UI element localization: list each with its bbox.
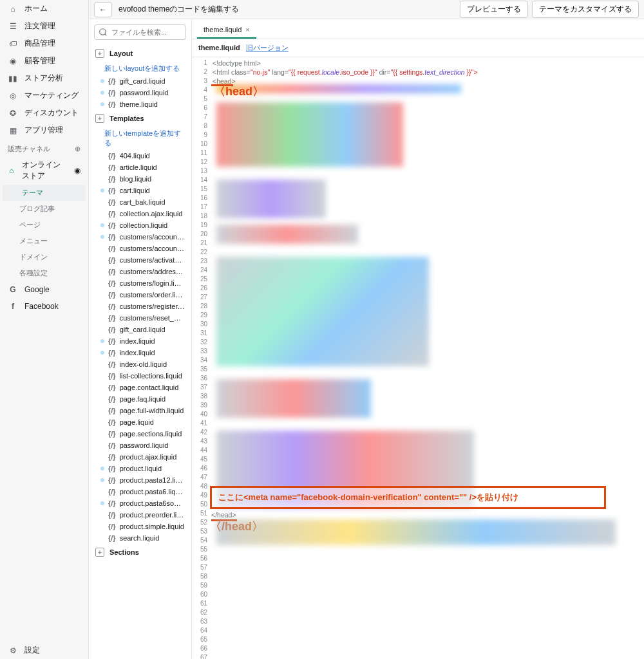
file-item[interactable]: {/}404.liquid bbox=[89, 150, 191, 162]
file-item[interactable]: {/}product.ajax.liquid bbox=[89, 451, 191, 463]
file-item[interactable]: {/}index.liquid bbox=[89, 347, 191, 358]
modified-dot-icon bbox=[100, 102, 104, 106]
file-item[interactable]: {/}customers/register.liquid bbox=[89, 301, 191, 312]
folder-header[interactable]: +Layout bbox=[89, 45, 191, 62]
file-search-input[interactable] bbox=[94, 24, 186, 40]
file-item[interactable]: {/}product.preorder.liquid bbox=[89, 509, 191, 521]
liquid-icon: {/} bbox=[108, 326, 116, 333]
discounts-icon: ✪ bbox=[8, 108, 18, 118]
file-item[interactable]: {/}product.pasta6.liquid bbox=[89, 486, 191, 497]
file-item[interactable]: {/}index-old.liquid bbox=[89, 358, 191, 370]
modified-dot-icon bbox=[100, 467, 104, 470]
folder-header[interactable]: +Sections bbox=[89, 544, 191, 561]
nav-home[interactable]: ⌂ホーム bbox=[0, 0, 88, 17]
liquid-icon: {/} bbox=[108, 152, 116, 160]
liquid-icon: {/} bbox=[108, 476, 116, 484]
nav-online-store[interactable]: ⌂オンラインストア◉ bbox=[0, 156, 88, 185]
close-icon[interactable]: × bbox=[245, 26, 249, 33]
nav-orders[interactable]: ☰注文管理 bbox=[0, 17, 88, 35]
preview-button[interactable]: プレビューする bbox=[460, 1, 528, 18]
liquid-icon: {/} bbox=[108, 395, 116, 403]
add-file-link[interactable]: 新しいlayoutを追加する bbox=[89, 62, 191, 75]
nav-discounts[interactable]: ✪ディスカウント bbox=[0, 104, 88, 122]
liquid-icon: {/} bbox=[108, 89, 116, 97]
file-item[interactable]: {/}page.full-width.liquid bbox=[89, 405, 191, 416]
nav-products[interactable]: 🏷商品管理 bbox=[0, 35, 88, 52]
add-file-link[interactable]: 新しいtemplateを追加する bbox=[89, 127, 191, 150]
nav-marketing[interactable]: ◎マーケティング bbox=[0, 87, 88, 104]
file-item[interactable]: {/}customers/account.liquid bbox=[89, 231, 191, 243]
file-item[interactable]: {/}cart_bak.liquid bbox=[89, 196, 191, 208]
file-item[interactable]: {/}theme.liquid bbox=[89, 98, 191, 110]
file-item[interactable]: {/}customers/login.liquid bbox=[89, 277, 191, 289]
file-item[interactable]: {/}article.liquid bbox=[89, 162, 191, 173]
modified-dot-icon bbox=[100, 189, 104, 192]
file-item[interactable]: {/}customers/account_bak.liquid bbox=[89, 243, 191, 254]
nav-analytics[interactable]: ▮▮ストア分析 bbox=[0, 70, 88, 87]
nav-menu[interactable]: メニュー bbox=[0, 233, 88, 249]
nav-preferences[interactable]: 各種設定 bbox=[0, 265, 88, 281]
liquid-icon: {/} bbox=[108, 534, 116, 542]
old-version-link[interactable]: 旧バージョン bbox=[246, 44, 289, 51]
file-item[interactable]: {/}cart.liquid bbox=[89, 185, 191, 196]
page-title: evofood themeのコードを編集する bbox=[118, 4, 239, 15]
editor-tab[interactable]: theme.liquid × bbox=[197, 22, 256, 39]
file-item[interactable]: {/}customers/addresses.liquid bbox=[89, 266, 191, 277]
modified-dot-icon bbox=[100, 91, 104, 95]
file-item[interactable]: {/}gift_card.liquid bbox=[89, 324, 191, 335]
add-channel-icon[interactable]: ⊕ bbox=[75, 145, 80, 153]
liquid-icon: {/} bbox=[108, 221, 116, 229]
file-item[interactable]: {/}collection.liquid bbox=[89, 219, 191, 231]
nav-pages[interactable]: ページ bbox=[0, 217, 88, 233]
file-item[interactable]: {/}product.liquid bbox=[89, 463, 191, 474]
modified-dot-icon bbox=[100, 223, 104, 227]
folder-header[interactable]: +Templates bbox=[89, 110, 191, 127]
code-content[interactable]: <!doctype html> <html class="no-js" lang… bbox=[210, 57, 644, 659]
customize-button[interactable]: テーマをカスタマイズする bbox=[532, 1, 639, 18]
products-icon: 🏷 bbox=[8, 39, 18, 49]
back-button[interactable]: ← bbox=[94, 2, 112, 17]
file-item[interactable]: {/}index.liquid bbox=[89, 335, 191, 347]
nav-facebook[interactable]: fFacebook bbox=[0, 298, 88, 315]
file-item[interactable]: {/}page.liquid bbox=[89, 416, 191, 428]
liquid-icon: {/} bbox=[108, 441, 116, 449]
file-item[interactable]: {/}collection.ajax.liquid bbox=[89, 208, 191, 219]
file-item[interactable]: {/}list-collections.liquid bbox=[89, 370, 191, 382]
eye-icon[interactable]: ◉ bbox=[74, 166, 80, 175]
file-item[interactable]: {/}blog.liquid bbox=[89, 173, 191, 185]
file-item[interactable]: {/}gift_card.liquid bbox=[89, 75, 191, 87]
file-sidebar: +Layout新しいlayoutを追加する{/}gift_card.liquid… bbox=[89, 19, 192, 659]
file-item[interactable]: {/}search.liquid bbox=[89, 532, 191, 544]
file-item[interactable]: {/}customers/order.liquid bbox=[89, 289, 191, 301]
nav-domains[interactable]: ドメイン bbox=[0, 249, 88, 265]
marketing-icon: ◎ bbox=[8, 91, 18, 101]
liquid-icon: {/} bbox=[108, 175, 116, 183]
liquid-icon: {/} bbox=[108, 245, 116, 252]
nav-themes[interactable]: テーマ bbox=[3, 185, 86, 201]
file-item[interactable]: {/}product.pasta6source6.liquid bbox=[89, 497, 191, 509]
file-item[interactable]: {/}page.contact.liquid bbox=[89, 382, 191, 393]
liquid-icon: {/} bbox=[108, 314, 116, 322]
liquid-icon: {/} bbox=[108, 256, 116, 264]
apps-icon: ▦ bbox=[8, 125, 18, 136]
file-item[interactable]: {/}customers/activate_account.liquid bbox=[89, 254, 191, 266]
gear-icon: ⚙ bbox=[8, 645, 18, 656]
file-item[interactable]: {/}page.faq.liquid bbox=[89, 393, 191, 405]
file-item[interactable]: {/}product.pasta12.liquid bbox=[89, 474, 191, 486]
file-item[interactable]: {/}page.sections.liquid bbox=[89, 428, 191, 440]
folder-icon: + bbox=[95, 548, 104, 557]
nav-settings[interactable]: ⚙設定 bbox=[0, 642, 88, 659]
nav-blog[interactable]: ブログ記事 bbox=[0, 201, 88, 217]
file-item[interactable]: {/}password.liquid bbox=[89, 87, 191, 98]
nav-apps[interactable]: ▦アプリ管理 bbox=[0, 122, 88, 139]
file-item[interactable]: {/}product.simple.liquid bbox=[89, 521, 191, 532]
breadcrumb: theme.liquid 旧バージョン bbox=[192, 39, 644, 57]
file-item[interactable]: {/}customers/reset_password.liquid bbox=[89, 312, 191, 324]
nav-google[interactable]: GGoogle bbox=[0, 281, 88, 298]
file-item[interactable]: {/}password.liquid bbox=[89, 440, 191, 451]
nav-customers[interactable]: ◉顧客管理 bbox=[0, 52, 88, 70]
liquid-icon: {/} bbox=[108, 291, 116, 299]
folder-icon: + bbox=[95, 114, 104, 123]
liquid-icon: {/} bbox=[108, 198, 116, 206]
modified-dot-icon bbox=[100, 501, 104, 505]
